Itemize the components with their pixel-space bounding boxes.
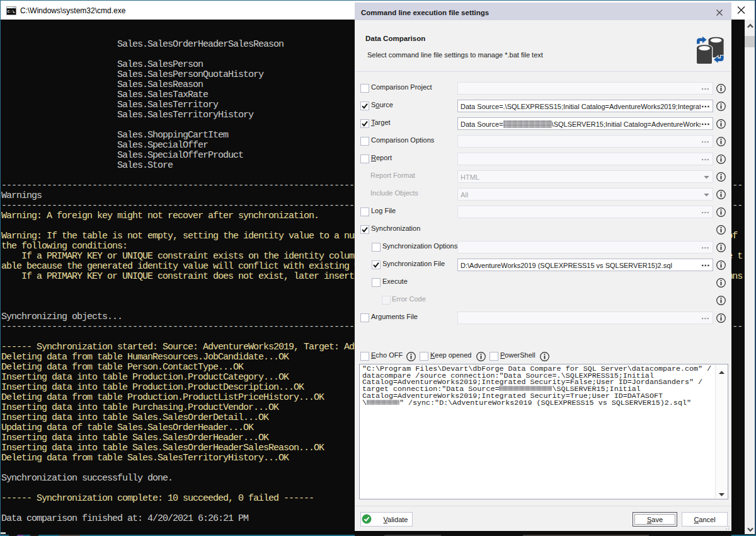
svg-text:C:\: C:\ xyxy=(8,9,14,14)
